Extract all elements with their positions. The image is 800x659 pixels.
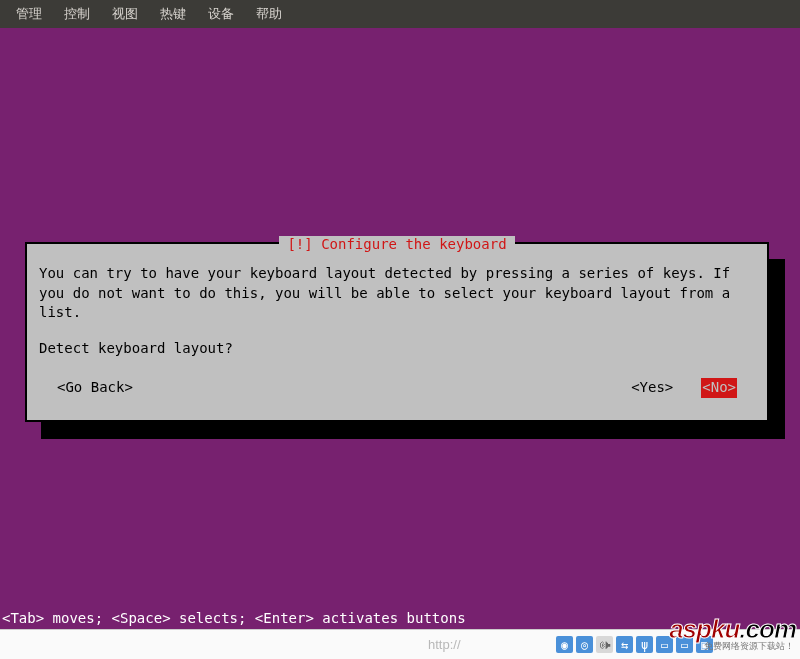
display-icon[interactable]: ▭ [676,636,693,653]
footer-hint: <Tab> moves; <Space> selects; <Enter> ac… [2,610,466,629]
shared-folder-icon[interactable]: ▭ [656,636,673,653]
yes-button[interactable]: <Yes> [631,378,673,398]
menu-hotkeys[interactable]: 热键 [152,1,194,27]
menu-control[interactable]: 控制 [56,1,98,27]
menu-devices[interactable]: 设备 [200,1,242,27]
host-taskbar: http:// ◉ ◎ 🕪 ⇆ ψ ▭ ▭ ▣ [0,629,800,659]
dialog-text-1: You can try to have your keyboard layout… [39,264,755,323]
optical-icon[interactable]: ◎ [576,636,593,653]
no-button[interactable]: <No> [701,378,737,398]
dialog-text-2: Detect keyboard layout? [39,339,755,359]
installer-screen: [!] Configure the keyboard You can try t… [0,28,800,629]
network-icon[interactable]: ⇆ [616,636,633,653]
menu-help[interactable]: 帮助 [248,1,290,27]
menu-view[interactable]: 视图 [104,1,146,27]
url-text: http:// [428,637,461,652]
usb-icon[interactable]: ψ [636,636,653,653]
vm-menubar: 管理 控制 视图 热键 设备 帮助 [0,0,800,28]
audio-icon[interactable]: 🕪 [596,636,613,653]
recording-icon[interactable]: ▣ [696,636,713,653]
configure-keyboard-dialog: [!] Configure the keyboard You can try t… [25,242,769,422]
go-back-button[interactable]: <Go Back> [57,378,133,398]
disk-icon[interactable]: ◉ [556,636,573,653]
menu-manage[interactable]: 管理 [8,1,50,27]
dialog-title: [!] Configure the keyboard [279,236,514,252]
vm-status-icons: ◉ ◎ 🕪 ⇆ ψ ▭ ▭ ▣ [556,636,713,653]
